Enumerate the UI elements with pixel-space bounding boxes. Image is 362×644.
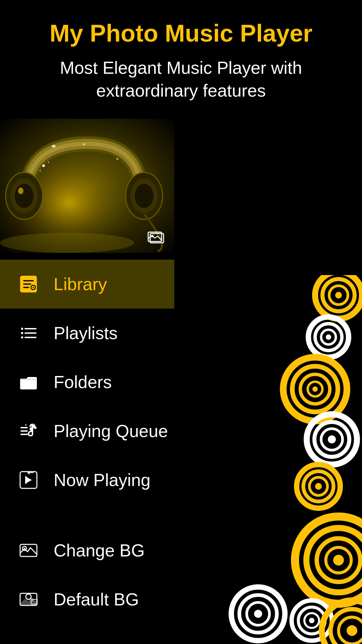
svg-point-3 [15, 184, 34, 208]
folders-label: Folders [54, 372, 112, 392]
menu-item-folders[interactable]: Folders [0, 358, 362, 407]
change-bg-icon [17, 539, 40, 562]
svg-point-12 [40, 170, 41, 171]
svg-rect-25 [21, 328, 23, 330]
photo-icon [147, 229, 168, 246]
svg-point-38 [34, 426, 37, 429]
svg-point-45 [26, 594, 31, 599]
svg-point-14 [0, 233, 134, 253]
app-title: My Photo Music Player [13, 20, 349, 47]
default-bg-label: Default BG [54, 589, 139, 609]
svg-rect-33 [20, 380, 37, 389]
now-playing-icon [17, 468, 40, 492]
hero-image-container [0, 119, 174, 253]
svg-point-51 [335, 292, 342, 299]
app-subtitle: Most Elegant Music Player with extraordi… [13, 57, 349, 102]
menu-item-playlists[interactable]: Playlists [0, 309, 362, 358]
default-bg-icon [17, 588, 40, 611]
library-label: Library [54, 274, 107, 294]
app-header: My Photo Music Player Most Elegant Music… [0, 0, 362, 112]
hero-canvas [0, 119, 174, 253]
menu-item-change-bg[interactable]: Change BG [0, 526, 362, 575]
menu-item-now-playing[interactable]: Now Playing [0, 455, 362, 504]
music-library-icon [17, 272, 40, 296]
menu-item-playing-queue[interactable]: Playing Queue [0, 407, 362, 455]
playing-queue-label: Playing Queue [54, 421, 168, 441]
svg-point-13 [116, 158, 118, 160]
now-playing-label: Now Playing [54, 470, 150, 490]
svg-rect-21 [23, 287, 29, 288]
svg-point-11 [48, 162, 49, 163]
footer-menu: Change BG Default BG [0, 526, 362, 624]
svg-point-37 [29, 427, 33, 431]
svg-point-9 [82, 143, 85, 145]
playlists-label: Playlists [54, 323, 118, 343]
svg-point-10 [42, 164, 45, 167]
playlists-icon [17, 321, 40, 345]
change-bg-label: Change BG [54, 540, 145, 560]
svg-rect-19 [23, 280, 34, 281]
svg-point-7 [135, 184, 154, 208]
svg-point-24 [33, 287, 34, 288]
folders-icon [17, 370, 40, 394]
svg-point-47 [32, 600, 33, 601]
svg-rect-20 [23, 283, 31, 285]
svg-point-40 [27, 472, 29, 474]
svg-rect-27 [21, 336, 23, 338]
svg-point-8 [52, 145, 56, 148]
svg-rect-26 [21, 332, 23, 334]
svg-point-85 [347, 625, 357, 636]
menu-item-default-bg[interactable]: Default BG [0, 575, 362, 624]
svg-point-43 [24, 548, 25, 549]
menu-item-library[interactable]: Library [0, 260, 174, 309]
svg-point-4 [18, 187, 23, 194]
queue-icon [17, 419, 40, 443]
